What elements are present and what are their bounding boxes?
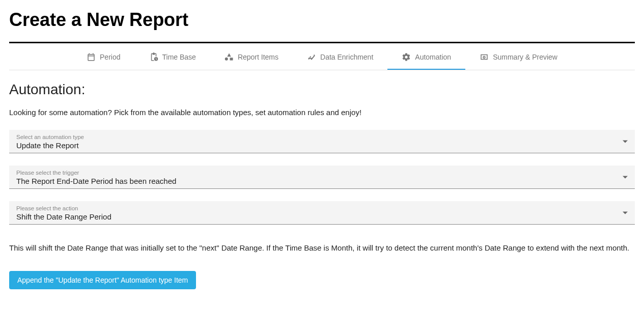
tab-time-base[interactable]: Time Base <box>135 45 210 70</box>
svg-point-2 <box>312 58 313 59</box>
action-select[interactable]: Please select the action Shift the Date … <box>9 201 635 225</box>
title-rule <box>9 42 635 43</box>
clipboard-clock-icon <box>149 52 158 62</box>
select-label: Select an automation type <box>16 134 628 140</box>
tab-report-items[interactable]: Report Items <box>210 45 293 70</box>
page-title: Create a New Report <box>9 9 635 31</box>
svg-point-3 <box>314 54 315 56</box>
select-value: The Report End-Date Period has been reac… <box>16 177 628 185</box>
calendar-icon <box>87 52 96 62</box>
tab-label: Data Enrichment <box>320 53 373 61</box>
append-automation-button[interactable]: Append the "Update the Report" Automatio… <box>9 271 196 289</box>
svg-point-0 <box>309 58 310 59</box>
tab-automation[interactable]: Automation <box>387 45 465 70</box>
select-value: Update the Report <box>16 141 628 150</box>
trigger-select[interactable]: Please select the trigger The Report End… <box>9 166 635 189</box>
section-intro: Looking for some automation? Pick from t… <box>9 108 635 117</box>
select-label: Please select the action <box>16 205 628 211</box>
tab-label: Time Base <box>162 53 196 61</box>
tab-summary-preview[interactable]: Summary & Preview <box>465 45 572 70</box>
chevron-down-icon <box>623 176 628 178</box>
preview-icon <box>480 52 489 62</box>
tab-label: Summary & Preview <box>493 53 557 61</box>
section-title: Automation: <box>9 81 635 98</box>
chevron-down-icon <box>623 140 628 143</box>
select-label: Please select the trigger <box>16 170 628 176</box>
action-description: This will shift the Date Range that was … <box>9 241 635 256</box>
tab-label: Report Items <box>238 53 278 61</box>
tab-period[interactable]: Period <box>72 45 134 70</box>
select-value: Shift the Date Range Period <box>16 212 628 221</box>
wizard-tabs: Period Time Base Report Items Data Enric… <box>9 45 635 70</box>
svg-point-1 <box>310 56 311 57</box>
automation-type-select[interactable]: Select an automation type Update the Rep… <box>9 130 635 153</box>
tab-data-enrichment[interactable]: Data Enrichment <box>293 45 387 70</box>
chart-line-icon <box>307 52 316 62</box>
shapes-icon <box>225 52 234 62</box>
tab-label: Automation <box>415 53 451 61</box>
tab-label: Period <box>100 53 120 61</box>
gear-icon <box>402 52 411 62</box>
chevron-down-icon <box>623 211 628 214</box>
